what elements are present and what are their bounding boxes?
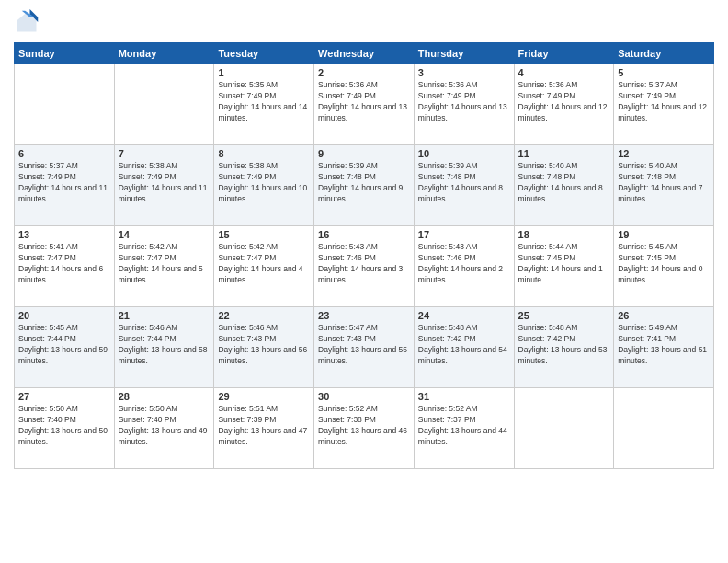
week-row-1: 1Sunrise: 5:35 AM Sunset: 7:49 PM Daylig… bbox=[15, 64, 714, 145]
day-number: 4 bbox=[518, 67, 610, 78]
calendar-cell: 29Sunrise: 5:51 AM Sunset: 7:39 PM Dayli… bbox=[214, 388, 314, 469]
weekday-header-monday: Monday bbox=[114, 43, 214, 64]
day-number: 31 bbox=[418, 391, 510, 402]
calendar-cell bbox=[114, 64, 214, 145]
calendar-cell: 23Sunrise: 5:47 AM Sunset: 7:43 PM Dayli… bbox=[314, 307, 415, 388]
day-number: 13 bbox=[18, 229, 110, 240]
calendar-cell bbox=[614, 388, 714, 469]
day-number: 30 bbox=[318, 391, 410, 402]
day-number: 22 bbox=[218, 310, 310, 321]
day-number: 16 bbox=[318, 229, 410, 240]
day-number: 3 bbox=[418, 67, 510, 78]
calendar-cell: 6Sunrise: 5:37 AM Sunset: 7:49 PM Daylig… bbox=[15, 145, 115, 226]
day-info: Sunrise: 5:36 AM Sunset: 7:49 PM Dayligh… bbox=[318, 80, 410, 124]
weekday-header-row: SundayMondayTuesdayWednesdayThursdayFrid… bbox=[15, 43, 714, 64]
day-info: Sunrise: 5:38 AM Sunset: 7:49 PM Dayligh… bbox=[119, 161, 210, 205]
calendar-cell: 18Sunrise: 5:44 AM Sunset: 7:45 PM Dayli… bbox=[514, 226, 614, 307]
day-number: 12 bbox=[618, 148, 710, 159]
calendar-cell: 30Sunrise: 5:52 AM Sunset: 7:38 PM Dayli… bbox=[314, 388, 415, 469]
day-info: Sunrise: 5:48 AM Sunset: 7:42 PM Dayligh… bbox=[518, 323, 610, 367]
calendar-cell: 4Sunrise: 5:36 AM Sunset: 7:49 PM Daylig… bbox=[514, 64, 614, 145]
calendar-cell: 12Sunrise: 5:40 AM Sunset: 7:48 PM Dayli… bbox=[614, 145, 714, 226]
day-info: Sunrise: 5:40 AM Sunset: 7:48 PM Dayligh… bbox=[518, 161, 610, 205]
calendar-cell: 9Sunrise: 5:39 AM Sunset: 7:48 PM Daylig… bbox=[314, 145, 415, 226]
day-number: 7 bbox=[119, 148, 210, 159]
calendar-cell: 10Sunrise: 5:39 AM Sunset: 7:48 PM Dayli… bbox=[414, 145, 514, 226]
day-info: Sunrise: 5:36 AM Sunset: 7:49 PM Dayligh… bbox=[418, 80, 510, 124]
calendar-cell bbox=[514, 388, 614, 469]
logo-icon bbox=[14, 9, 40, 35]
calendar-cell: 5Sunrise: 5:37 AM Sunset: 7:49 PM Daylig… bbox=[614, 64, 714, 145]
day-number: 23 bbox=[318, 310, 410, 321]
calendar-cell: 3Sunrise: 5:36 AM Sunset: 7:49 PM Daylig… bbox=[414, 64, 514, 145]
day-info: Sunrise: 5:45 AM Sunset: 7:45 PM Dayligh… bbox=[618, 242, 710, 286]
day-number: 8 bbox=[218, 148, 310, 159]
day-info: Sunrise: 5:50 AM Sunset: 7:40 PM Dayligh… bbox=[119, 404, 210, 448]
day-number: 5 bbox=[618, 67, 710, 78]
day-info: Sunrise: 5:45 AM Sunset: 7:44 PM Dayligh… bbox=[18, 323, 110, 367]
day-number: 17 bbox=[418, 229, 510, 240]
day-number: 6 bbox=[18, 148, 110, 159]
day-info: Sunrise: 5:49 AM Sunset: 7:41 PM Dayligh… bbox=[618, 323, 710, 367]
day-info: Sunrise: 5:38 AM Sunset: 7:49 PM Dayligh… bbox=[218, 161, 310, 205]
calendar-cell: 8Sunrise: 5:38 AM Sunset: 7:49 PM Daylig… bbox=[214, 145, 314, 226]
calendar-cell: 21Sunrise: 5:46 AM Sunset: 7:44 PM Dayli… bbox=[114, 307, 214, 388]
day-info: Sunrise: 5:48 AM Sunset: 7:42 PM Dayligh… bbox=[418, 323, 510, 367]
header bbox=[14, 9, 714, 35]
day-info: Sunrise: 5:36 AM Sunset: 7:49 PM Dayligh… bbox=[518, 80, 610, 124]
day-number: 21 bbox=[119, 310, 210, 321]
calendar-cell bbox=[15, 64, 115, 145]
calendar-cell: 31Sunrise: 5:52 AM Sunset: 7:37 PM Dayli… bbox=[414, 388, 514, 469]
calendar: SundayMondayTuesdayWednesdayThursdayFrid… bbox=[14, 42, 714, 469]
weekday-header-sunday: Sunday bbox=[15, 43, 115, 64]
calendar-cell: 11Sunrise: 5:40 AM Sunset: 7:48 PM Dayli… bbox=[514, 145, 614, 226]
day-info: Sunrise: 5:35 AM Sunset: 7:49 PM Dayligh… bbox=[218, 80, 310, 124]
weekday-header-friday: Friday bbox=[514, 43, 614, 64]
calendar-cell: 24Sunrise: 5:48 AM Sunset: 7:42 PM Dayli… bbox=[414, 307, 514, 388]
calendar-cell: 1Sunrise: 5:35 AM Sunset: 7:49 PM Daylig… bbox=[214, 64, 314, 145]
day-number: 19 bbox=[618, 229, 710, 240]
day-number: 25 bbox=[518, 310, 610, 321]
day-info: Sunrise: 5:37 AM Sunset: 7:49 PM Dayligh… bbox=[18, 161, 110, 205]
weekday-header-tuesday: Tuesday bbox=[214, 43, 314, 64]
day-number: 10 bbox=[418, 148, 510, 159]
day-info: Sunrise: 5:37 AM Sunset: 7:49 PM Dayligh… bbox=[618, 80, 710, 124]
calendar-cell: 14Sunrise: 5:42 AM Sunset: 7:47 PM Dayli… bbox=[114, 226, 214, 307]
week-row-4: 20Sunrise: 5:45 AM Sunset: 7:44 PM Dayli… bbox=[15, 307, 714, 388]
day-info: Sunrise: 5:42 AM Sunset: 7:47 PM Dayligh… bbox=[119, 242, 210, 286]
weekday-header-saturday: Saturday bbox=[614, 43, 714, 64]
day-number: 29 bbox=[218, 391, 310, 402]
day-number: 28 bbox=[119, 391, 210, 402]
day-number: 24 bbox=[418, 310, 510, 321]
day-number: 14 bbox=[119, 229, 210, 240]
calendar-cell: 17Sunrise: 5:43 AM Sunset: 7:46 PM Dayli… bbox=[414, 226, 514, 307]
week-row-2: 6Sunrise: 5:37 AM Sunset: 7:49 PM Daylig… bbox=[15, 145, 714, 226]
day-number: 15 bbox=[218, 229, 310, 240]
day-info: Sunrise: 5:39 AM Sunset: 7:48 PM Dayligh… bbox=[318, 161, 410, 205]
day-info: Sunrise: 5:50 AM Sunset: 7:40 PM Dayligh… bbox=[18, 404, 110, 448]
day-info: Sunrise: 5:51 AM Sunset: 7:39 PM Dayligh… bbox=[218, 404, 310, 448]
day-number: 26 bbox=[618, 310, 710, 321]
week-row-3: 13Sunrise: 5:41 AM Sunset: 7:47 PM Dayli… bbox=[15, 226, 714, 307]
day-info: Sunrise: 5:52 AM Sunset: 7:38 PM Dayligh… bbox=[318, 404, 410, 448]
day-number: 20 bbox=[18, 310, 110, 321]
day-info: Sunrise: 5:43 AM Sunset: 7:46 PM Dayligh… bbox=[318, 242, 410, 286]
calendar-cell: 28Sunrise: 5:50 AM Sunset: 7:40 PM Dayli… bbox=[114, 388, 214, 469]
calendar-cell: 16Sunrise: 5:43 AM Sunset: 7:46 PM Dayli… bbox=[314, 226, 415, 307]
calendar-cell: 26Sunrise: 5:49 AM Sunset: 7:41 PM Dayli… bbox=[614, 307, 714, 388]
calendar-cell: 7Sunrise: 5:38 AM Sunset: 7:49 PM Daylig… bbox=[114, 145, 214, 226]
calendar-cell: 2Sunrise: 5:36 AM Sunset: 7:49 PM Daylig… bbox=[314, 64, 415, 145]
day-info: Sunrise: 5:44 AM Sunset: 7:45 PM Dayligh… bbox=[518, 242, 610, 286]
logo bbox=[14, 9, 43, 35]
day-info: Sunrise: 5:46 AM Sunset: 7:43 PM Dayligh… bbox=[218, 323, 310, 367]
day-info: Sunrise: 5:41 AM Sunset: 7:47 PM Dayligh… bbox=[18, 242, 110, 286]
calendar-cell: 15Sunrise: 5:42 AM Sunset: 7:47 PM Dayli… bbox=[214, 226, 314, 307]
calendar-cell: 20Sunrise: 5:45 AM Sunset: 7:44 PM Dayli… bbox=[15, 307, 115, 388]
week-row-5: 27Sunrise: 5:50 AM Sunset: 7:40 PM Dayli… bbox=[15, 388, 714, 469]
weekday-header-wednesday: Wednesday bbox=[314, 43, 415, 64]
day-info: Sunrise: 5:42 AM Sunset: 7:47 PM Dayligh… bbox=[218, 242, 310, 286]
calendar-cell: 25Sunrise: 5:48 AM Sunset: 7:42 PM Dayli… bbox=[514, 307, 614, 388]
calendar-cell: 27Sunrise: 5:50 AM Sunset: 7:40 PM Dayli… bbox=[15, 388, 115, 469]
day-info: Sunrise: 5:40 AM Sunset: 7:48 PM Dayligh… bbox=[618, 161, 710, 205]
page: SundayMondayTuesdayWednesdayThursdayFrid… bbox=[0, 0, 728, 563]
